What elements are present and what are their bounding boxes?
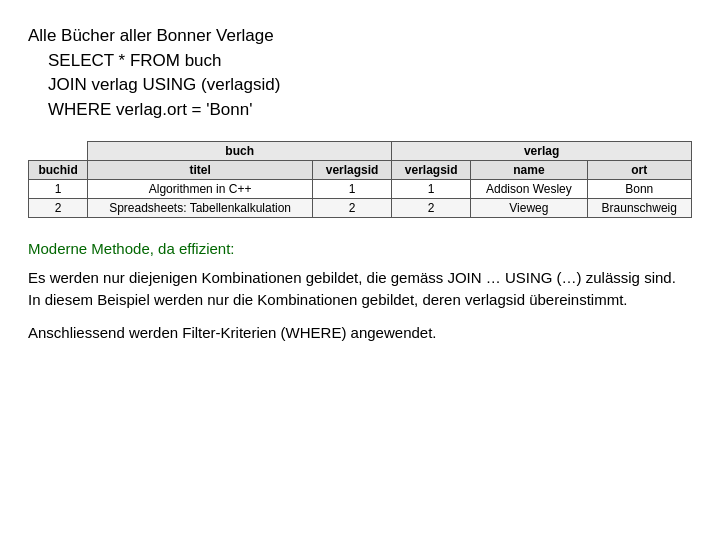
group-header-buch: buch — [88, 141, 392, 160]
cell-titel: Spreadsheets: Tabellenkalkulation — [88, 198, 313, 217]
modern-section: Moderne Methode, da effizient: Es werden… — [28, 240, 692, 345]
col-ort-header: ort — [587, 160, 691, 179]
col-name-header: name — [471, 160, 587, 179]
col-verlagsid-verlag-header: verlagsid — [392, 160, 471, 179]
heading-block: Alle Bücher aller Bonner Verlage SELECT … — [28, 24, 692, 123]
col-verlagsid-buch-header: verlagsid — [313, 160, 392, 179]
body-text-1: Es werden nur diejenigen Kombinationen g… — [28, 267, 692, 312]
col-titel-header: titel — [88, 160, 313, 179]
cell-verlagsid-verlag: 2 — [392, 198, 471, 217]
body-text-2: Anschliessend werden Filter-Kriterien (W… — [28, 322, 692, 345]
cell-name: Vieweg — [471, 198, 587, 217]
table-row: 2Spreadsheets: Tabellenkalkulation22View… — [29, 198, 692, 217]
modern-heading: Moderne Methode, da effizient: — [28, 240, 692, 257]
heading-line2: SELECT * FROM buch — [28, 49, 692, 74]
group-header-verlag: verlag — [392, 141, 692, 160]
page-container: Alle Bücher aller Bonner Verlage SELECT … — [0, 0, 720, 374]
heading-line4: WHERE verlag.ort = 'Bonn' — [28, 98, 692, 123]
table-row: 1Algorithmen in C++11Addison WesleyBonn — [29, 179, 692, 198]
cell-verlagsid-verlag: 1 — [392, 179, 471, 198]
table-section: buch verlag buchid titel verlagsid verla… — [28, 141, 692, 218]
cell-ort: Braunschweig — [587, 198, 691, 217]
empty-header — [29, 141, 88, 160]
cell-ort: Bonn — [587, 179, 691, 198]
cell-verlagsid-buch: 1 — [313, 179, 392, 198]
cell-name: Addison Wesley — [471, 179, 587, 198]
cell-verlagsid-buch: 2 — [313, 198, 392, 217]
heading-line1: Alle Bücher aller Bonner Verlage — [28, 24, 692, 49]
cell-buchid: 1 — [29, 179, 88, 198]
heading-line3: JOIN verlag USING (verlagsid) — [28, 73, 692, 98]
cell-titel: Algorithmen in C++ — [88, 179, 313, 198]
group-header-row: buch verlag — [29, 141, 692, 160]
table-body: 1Algorithmen in C++11Addison WesleyBonn2… — [29, 179, 692, 217]
join-table: buch verlag buchid titel verlagsid verla… — [28, 141, 692, 218]
col-buchid-header: buchid — [29, 160, 88, 179]
cell-buchid: 2 — [29, 198, 88, 217]
col-header-row: buchid titel verlagsid verlagsid name or… — [29, 160, 692, 179]
